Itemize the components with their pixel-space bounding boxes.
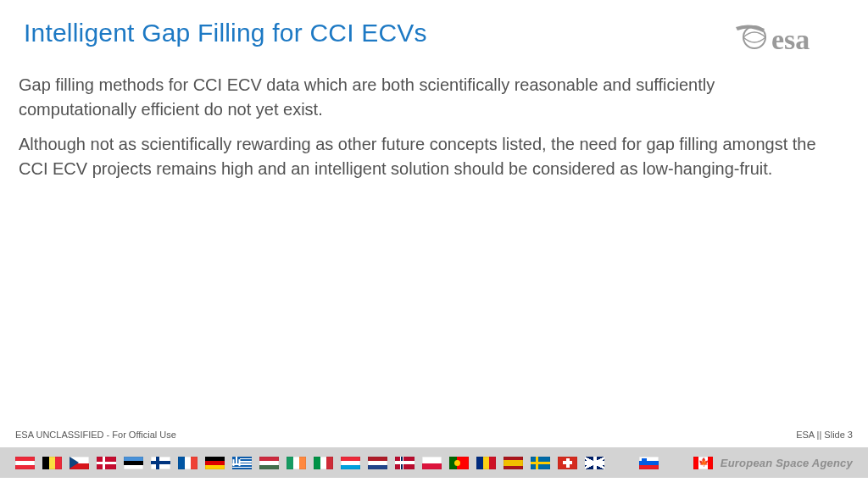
slide-title: Intelligent Gap Filling for CCI ECVs: [24, 19, 427, 47]
flag-be: [42, 457, 62, 469]
flag-gb: [585, 457, 604, 469]
flag-gap: [666, 457, 686, 469]
flag-lu: [341, 457, 360, 469]
flag-se: [531, 457, 550, 469]
flag-gap: [612, 457, 632, 469]
classification-label: ESA UNCLASSIFIED - For Official Use: [15, 430, 176, 440]
flag-hu: [259, 457, 279, 469]
footer-bar: European Space Agency: [0, 447, 868, 478]
flag-fi: [151, 457, 170, 469]
flag-ch: [558, 457, 577, 469]
flag-dk: [97, 457, 116, 469]
flag-ro: [476, 457, 496, 469]
flag-gr: [232, 457, 252, 469]
flag-cz: [70, 457, 89, 469]
slide-body: Gap filling methods for CCI ECV data whi…: [19, 73, 831, 191]
esa-logo: esa: [734, 14, 853, 61]
flag-pl: [422, 457, 442, 469]
flag-no: [395, 457, 415, 469]
flag-at: [15, 457, 35, 469]
flag-de: [205, 457, 225, 469]
flag-nl: [368, 457, 387, 469]
agency-name: European Space Agency: [721, 457, 868, 469]
flag-it: [314, 457, 333, 469]
flag-pt: [449, 457, 469, 469]
paragraph-2: Although not as scientifically rewarding…: [19, 132, 831, 181]
slide: Intelligent Gap Filling for CCI ECVs esa…: [0, 0, 868, 488]
slide-number: ESA || Slide 3: [796, 430, 853, 440]
paragraph-1: Gap filling methods for CCI ECV data whi…: [19, 73, 831, 122]
flag-ca: [693, 457, 713, 469]
flag-es: [504, 457, 523, 469]
flag-ie: [287, 457, 306, 469]
flag-fr: [178, 457, 198, 469]
flag-row: [0, 457, 713, 469]
flag-si: [639, 457, 659, 469]
flag-ee: [124, 457, 143, 469]
svg-text:esa: esa: [771, 24, 810, 55]
